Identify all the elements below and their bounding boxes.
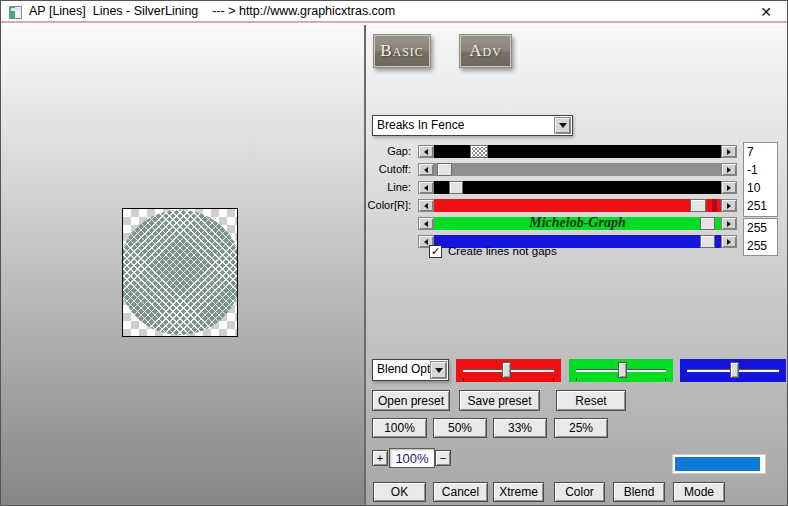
- line-slider-track[interactable]: [434, 181, 721, 194]
- color-r-slider-left-arrow[interactable]: [418, 199, 434, 212]
- color-g-slider-track[interactable]: Michelob-Graph: [434, 217, 721, 230]
- blend-button[interactable]: Blend: [613, 482, 665, 502]
- param-values-box: 7 -1 10 251: [743, 142, 778, 217]
- ok-button[interactable]: OK: [373, 482, 426, 502]
- save-preset-button[interactable]: Save preset: [459, 390, 540, 411]
- line-slider-left-arrow[interactable]: [418, 181, 434, 194]
- pattern-select-dropdown-button[interactable]: [554, 117, 571, 134]
- xtreme-button[interactable]: Xtreme: [493, 482, 544, 502]
- color-r-value: 251: [744, 197, 777, 215]
- arrow-right-icon: [727, 203, 731, 209]
- blend-options-select[interactable]: Blend Optio: [372, 359, 449, 381]
- arrow-left-icon: [424, 221, 428, 227]
- zoom-50-button[interactable]: 50%: [433, 418, 487, 438]
- tick-mark: [778, 378, 779, 381]
- gap-slider-track[interactable]: [434, 145, 721, 158]
- gap-slider-right-arrow[interactable]: [721, 145, 737, 158]
- cutoff-slider-thumb[interactable]: [437, 163, 452, 176]
- reset-button[interactable]: Reset: [556, 390, 626, 411]
- cancel-button[interactable]: Cancel: [433, 482, 488, 502]
- green-channel-trackbar[interactable]: [569, 359, 673, 382]
- color-r-slider-mark: [712, 199, 717, 212]
- pattern-name-overlay: Michelob-Graph: [434, 215, 721, 231]
- pattern-select[interactable]: Breaks In Fence: [372, 115, 573, 136]
- line-slider-right-arrow[interactable]: [721, 181, 737, 194]
- color-b-slider-right-arrow[interactable]: [721, 235, 737, 248]
- arrow-left-icon: [424, 239, 428, 245]
- plugin-window: AP [Lines] Lines - SilverLining --- > ht…: [0, 0, 788, 506]
- cutoff-label: Cutoff:: [361, 163, 411, 176]
- tick-mark: [463, 378, 464, 381]
- app-icon: [9, 6, 22, 19]
- arrow-right-icon: [727, 239, 731, 245]
- client-area: Basic Adv Breaks In Fence Gap: Cutoff: L…: [1, 25, 787, 505]
- green-trackbar-thumb[interactable]: [618, 362, 627, 378]
- arrow-left-icon: [424, 203, 428, 209]
- chevron-down-icon: [435, 368, 443, 373]
- check-icon: ✓: [431, 245, 440, 257]
- close-icon[interactable]: ✕: [757, 3, 775, 21]
- zoom-25-button[interactable]: 25%: [554, 418, 608, 438]
- titlebar: AP [Lines] Lines - SilverLining --- > ht…: [1, 1, 787, 23]
- line-slider-thumb[interactable]: [449, 181, 463, 194]
- chevron-down-icon: [559, 123, 567, 128]
- cutoff-slider-track[interactable]: [434, 163, 721, 176]
- tick-mark: [553, 378, 554, 381]
- zoom-100-button[interactable]: 100%: [372, 418, 427, 438]
- window-title: AP [Lines] Lines - SilverLining --- > ht…: [29, 4, 395, 18]
- tick-mark: [576, 378, 577, 381]
- color-g-slider-thumb[interactable]: [700, 217, 715, 230]
- arrow-right-icon: [727, 221, 731, 227]
- preview-canvas[interactable]: [122, 208, 238, 337]
- color-gb-values-box: 255 255: [743, 218, 778, 256]
- red-trackbar-thumb[interactable]: [502, 362, 511, 378]
- gap-label: Gap:: [361, 145, 411, 158]
- cutoff-value: -1: [744, 161, 777, 179]
- arrow-right-icon: [727, 185, 731, 191]
- blue-trackbar-thumb[interactable]: [730, 362, 739, 378]
- color-button[interactable]: Color: [554, 482, 605, 502]
- progress-bar: [672, 454, 766, 474]
- color-g-slider-right-arrow[interactable]: [721, 217, 737, 230]
- arrow-left-icon: [424, 185, 428, 191]
- gap-slider-thumb[interactable]: [470, 145, 488, 158]
- zoom-out-button[interactable]: −: [435, 450, 451, 466]
- arrow-right-icon: [727, 149, 731, 155]
- gap-slider-left-arrow[interactable]: [418, 145, 434, 158]
- create-lines-checkbox[interactable]: ✓: [429, 245, 442, 258]
- color-g-value: 255: [744, 219, 777, 237]
- red-channel-trackbar[interactable]: [456, 359, 561, 382]
- arrow-right-icon: [727, 167, 731, 173]
- color-r-slider-thumb[interactable]: [690, 199, 706, 212]
- zoom-in-button[interactable]: +: [372, 450, 388, 466]
- basic-tab-button[interactable]: Basic: [373, 34, 431, 68]
- color-r-slider-track[interactable]: [434, 199, 721, 212]
- color-b-value: 255: [744, 237, 777, 255]
- zoom-33-button[interactable]: 33%: [493, 418, 547, 438]
- color-b-slider-thumb[interactable]: [700, 235, 715, 248]
- cutoff-slider-left-arrow[interactable]: [418, 163, 434, 176]
- line-value: 10: [744, 179, 777, 197]
- tick-mark: [665, 378, 666, 381]
- gap-value: 7: [744, 143, 777, 161]
- line-label: Line:: [361, 181, 411, 194]
- progress-bar-fill: [675, 457, 760, 471]
- open-preset-button[interactable]: Open preset: [372, 390, 450, 411]
- arrow-left-icon: [424, 149, 428, 155]
- preview-pattern-circle: [122, 210, 238, 335]
- color-g-slider-left-arrow[interactable]: [418, 217, 434, 230]
- pattern-select-value: Breaks In Fence: [377, 118, 464, 132]
- tick-mark: [687, 378, 688, 381]
- blend-options-value: Blend Optio: [377, 362, 431, 376]
- blend-options-dropdown-button[interactable]: [430, 361, 447, 379]
- zoom-level-field: 100%: [389, 448, 435, 468]
- mode-button[interactable]: Mode: [673, 482, 725, 502]
- arrow-left-icon: [424, 167, 428, 173]
- color-r-slider-right-arrow[interactable]: [721, 199, 737, 212]
- panel-divider: [364, 25, 366, 505]
- create-lines-checkbox-label: Create lines not gaps: [448, 245, 557, 257]
- cutoff-slider-right-arrow[interactable]: [721, 163, 737, 176]
- color-r-label: Color[R]:: [361, 199, 411, 212]
- adv-tab-button[interactable]: Adv: [459, 34, 512, 68]
- blue-channel-trackbar[interactable]: [680, 359, 786, 382]
